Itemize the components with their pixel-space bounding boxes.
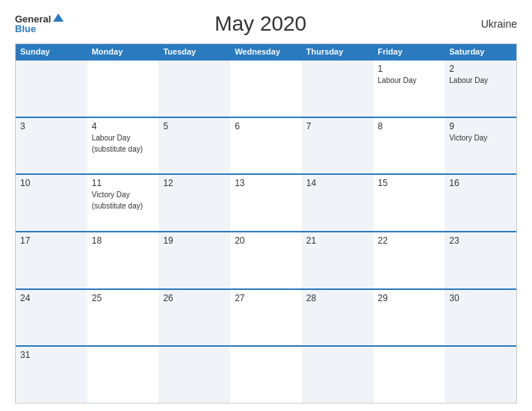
logo-blue-text: Blue <box>15 24 36 34</box>
calendar-cell: 22 <box>374 232 445 288</box>
day-number: 20 <box>235 235 297 246</box>
calendar-cell: 1Labour Day <box>374 61 445 117</box>
page-header: General Blue May 2020 Ukraine <box>15 12 517 36</box>
day-number: 14 <box>306 178 369 188</box>
day-number: 11 <box>92 178 155 188</box>
day-number: 10 <box>20 178 83 188</box>
day-number: 15 <box>378 178 441 188</box>
calendar-header: SundayMondayTuesdayWednesdayThursdayFrid… <box>16 44 516 59</box>
day-number: 24 <box>20 293 83 303</box>
day-number: 19 <box>163 235 226 246</box>
calendar-cell: 4Labour Day(substitute day) <box>87 118 159 174</box>
day-event: Victory Day <box>92 190 155 200</box>
day-event: Labour Day <box>92 133 155 143</box>
calendar-cell: 10 <box>16 175 87 231</box>
day-number: 31 <box>20 350 83 360</box>
header-day-tuesday: Tuesday <box>158 44 230 59</box>
day-number: 21 <box>306 235 369 246</box>
day-number: 30 <box>449 293 512 303</box>
calendar-cell: 11Victory Day(substitute day) <box>87 175 159 231</box>
day-event: (substitute day) <box>92 144 155 154</box>
calendar-cell: 27 <box>230 290 302 346</box>
calendar-cell: 8 <box>374 118 445 174</box>
calendar-week-2: 34Labour Day(substitute day)56789Victory… <box>16 117 516 174</box>
calendar-cell: 3 <box>16 118 87 174</box>
calendar-cell: 30 <box>445 290 516 346</box>
day-number: 29 <box>378 293 441 303</box>
calendar-page: General Blue May 2020 Ukraine SundayMond… <box>0 0 532 411</box>
day-number: 1 <box>378 64 441 74</box>
calendar-cell <box>87 61 159 117</box>
day-number: 7 <box>306 121 369 132</box>
day-number: 17 <box>20 235 83 246</box>
day-number: 9 <box>449 121 512 132</box>
header-day-wednesday: Wednesday <box>230 44 302 59</box>
calendar-cell <box>158 347 230 403</box>
day-event: (substitute day) <box>92 201 155 211</box>
calendar-cell: 15 <box>374 175 445 231</box>
calendar-cell: 13 <box>230 175 302 231</box>
day-number: 5 <box>163 121 226 132</box>
calendar-cell: 25 <box>87 290 159 346</box>
day-number: 28 <box>306 293 369 303</box>
header-day-friday: Friday <box>374 44 445 59</box>
calendar-cell: 26 <box>158 290 230 346</box>
day-event: Labour Day <box>449 75 512 85</box>
calendar-cell: 5 <box>158 118 230 174</box>
calendar-cell: 17 <box>16 232 87 288</box>
calendar-cell: 31 <box>16 347 87 403</box>
calendar-cell <box>302 61 374 117</box>
day-number: 6 <box>235 121 297 132</box>
calendar-cell: 12 <box>158 175 230 231</box>
calendar-cell: 19 <box>158 232 230 288</box>
calendar-cell <box>230 347 302 403</box>
calendar-cell <box>87 347 159 403</box>
calendar-cell: 9Victory Day <box>445 118 516 174</box>
calendar-cell: 16 <box>445 175 516 231</box>
calendar-week-4: 17181920212223 <box>16 231 516 288</box>
calendar-week-5: 24252627282930 <box>16 288 516 346</box>
day-number: 2 <box>449 64 512 74</box>
day-number: 23 <box>449 235 512 246</box>
day-event: Victory Day <box>449 133 512 143</box>
calendar-cell <box>158 61 230 117</box>
calendar-cell: 2Labour Day <box>445 61 516 117</box>
calendar-cell: 29 <box>374 290 445 346</box>
day-number: 18 <box>92 235 155 246</box>
calendar-cell: 7 <box>302 118 374 174</box>
country-label: Ukraine <box>457 18 517 30</box>
calendar-week-3: 1011Victory Day(substitute day)121314151… <box>16 173 516 231</box>
day-number: 25 <box>92 293 155 303</box>
header-day-thursday: Thursday <box>302 44 374 59</box>
day-number: 27 <box>235 293 297 303</box>
header-day-monday: Monday <box>87 44 159 59</box>
header-day-sunday: Sunday <box>16 44 87 59</box>
calendar-cell <box>302 347 374 403</box>
calendar-cell <box>445 347 516 403</box>
logo-triangle-icon <box>53 13 64 22</box>
calendar-week-1: 1Labour Day2Labour Day <box>16 59 516 117</box>
day-number: 8 <box>378 121 441 132</box>
calendar-cell: 6 <box>230 118 302 174</box>
day-number: 22 <box>378 235 441 246</box>
day-event: Labour Day <box>378 75 441 85</box>
calendar-body: 1Labour Day2Labour Day34Labour Day(subst… <box>16 59 516 403</box>
day-number: 4 <box>92 121 155 132</box>
calendar-week-6: 31 <box>16 345 516 403</box>
calendar-cell: 21 <box>302 232 374 288</box>
page-title: May 2020 <box>64 12 457 36</box>
day-number: 16 <box>449 178 512 188</box>
calendar-cell <box>230 61 302 117</box>
calendar-cell: 24 <box>16 290 87 346</box>
calendar-cell: 23 <box>445 232 516 288</box>
logo: General Blue <box>15 14 64 34</box>
day-number: 26 <box>163 293 226 303</box>
calendar-cell <box>374 347 445 403</box>
day-number: 13 <box>235 178 297 188</box>
calendar-cell: 18 <box>87 232 159 288</box>
header-day-saturday: Saturday <box>445 44 516 59</box>
calendar-cell: 20 <box>230 232 302 288</box>
calendar-cell: 28 <box>302 290 374 346</box>
day-number: 12 <box>163 178 226 188</box>
calendar-grid: SundayMondayTuesdayWednesdayThursdayFrid… <box>15 43 517 404</box>
